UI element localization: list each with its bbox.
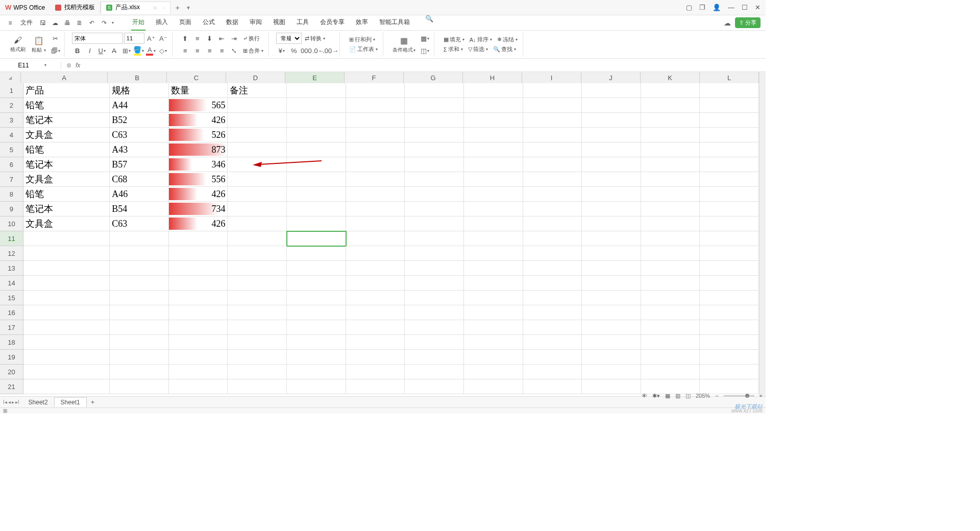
cell[interactable] (228, 335, 287, 350)
cell[interactable] (641, 350, 700, 365)
tab-page[interactable]: 页面 (178, 15, 192, 31)
cell[interactable] (287, 142, 346, 157)
tab-home[interactable]: 开始 (131, 15, 145, 31)
cell[interactable] (700, 202, 759, 216)
cell[interactable] (700, 261, 759, 276)
merge-button[interactable]: ⊞ 合并▾ (241, 46, 265, 55)
cell[interactable] (287, 172, 346, 187)
worksheet-button[interactable]: 📄 工作表▾ (347, 45, 380, 54)
cell[interactable] (228, 216, 287, 231)
cell[interactable] (641, 128, 700, 142)
cell[interactable] (23, 231, 110, 246)
comma-icon[interactable]: 000 (301, 45, 312, 56)
sheet-first-icon[interactable]: I◂ (3, 399, 7, 405)
cell[interactable] (641, 187, 700, 202)
cell[interactable] (700, 113, 759, 128)
cell[interactable] (287, 202, 346, 216)
cell[interactable] (405, 276, 464, 291)
cell[interactable] (287, 276, 346, 291)
cell[interactable]: 426 (169, 216, 228, 231)
cell[interactable] (169, 335, 228, 350)
cell[interactable] (523, 335, 582, 350)
cell[interactable]: 笔记本 (23, 157, 110, 172)
cell[interactable] (641, 261, 700, 276)
cell[interactable] (641, 335, 700, 350)
row-header[interactable]: 15 (0, 291, 23, 305)
tab-efficiency[interactable]: 效率 (355, 15, 369, 31)
cell[interactable] (700, 172, 759, 187)
cell[interactable] (641, 202, 700, 216)
cell[interactable] (405, 379, 464, 394)
doc-tab-active[interactable]: S 产品.xlsx ○ · (101, 2, 170, 14)
cell[interactable] (523, 246, 582, 261)
cell[interactable] (405, 365, 464, 379)
sheet-tab-sheet2[interactable]: Sheet2 (22, 398, 54, 407)
cell[interactable]: A43 (110, 142, 169, 157)
cell[interactable] (700, 335, 759, 350)
cell[interactable] (641, 320, 700, 335)
add-sheet-button[interactable]: + (87, 398, 99, 406)
cell[interactable] (346, 291, 405, 305)
row-header[interactable]: 1 (0, 83, 23, 98)
cell[interactable]: B52 (110, 113, 169, 128)
cell[interactable] (405, 261, 464, 276)
cell[interactable] (169, 320, 228, 335)
cloud-save-icon[interactable]: ☁ (50, 18, 60, 28)
cell[interactable] (700, 128, 759, 142)
cell[interactable] (582, 98, 641, 113)
cell[interactable]: 346 (169, 157, 228, 172)
cell[interactable] (700, 98, 759, 113)
row-header[interactable]: 20 (0, 365, 23, 379)
cell[interactable] (523, 142, 582, 157)
vertical-scrollbar[interactable] (759, 72, 766, 398)
font-name-select[interactable] (72, 33, 123, 44)
row-header[interactable]: 16 (0, 305, 23, 320)
find-button[interactable]: 🔍 查找▾ (491, 45, 518, 54)
cell[interactable] (700, 365, 759, 379)
format-painter-button[interactable]: 🖌格式刷 (8, 35, 28, 54)
cell[interactable] (523, 365, 582, 379)
fill-color-icon[interactable]: 🪣▾ (133, 45, 144, 56)
row-header[interactable]: 10 (0, 216, 23, 231)
number-format-select[interactable]: 常规 (276, 33, 302, 44)
cell[interactable] (287, 83, 346, 98)
cell[interactable] (582, 128, 641, 142)
cell[interactable] (346, 379, 405, 394)
cell[interactable] (582, 216, 641, 231)
cell[interactable] (346, 350, 405, 365)
cell[interactable] (23, 246, 110, 261)
cell[interactable] (700, 187, 759, 202)
cell[interactable] (23, 350, 110, 365)
cell[interactable] (346, 128, 405, 142)
tab-menu-icon[interactable]: ▾ (185, 4, 192, 11)
row-header[interactable]: 21 (0, 379, 23, 394)
cell[interactable]: 笔记本 (23, 202, 110, 216)
cell[interactable] (405, 216, 464, 231)
cell[interactable]: 规格 (110, 83, 169, 98)
print-icon[interactable]: 🖶 (62, 18, 72, 28)
cell[interactable]: 文具盒 (23, 128, 110, 142)
col-header-E[interactable]: E (285, 72, 345, 83)
cell[interactable] (228, 261, 287, 276)
cell[interactable] (405, 246, 464, 261)
cell[interactable] (405, 128, 464, 142)
cell[interactable] (523, 261, 582, 276)
cell[interactable] (582, 142, 641, 157)
align-middle-icon[interactable]: ≡ (192, 33, 203, 44)
cell[interactable] (346, 335, 405, 350)
tab-data[interactable]: 数据 (225, 15, 239, 31)
tab-close-icon[interactable]: · (163, 4, 164, 11)
cell[interactable] (287, 305, 346, 320)
sum-button[interactable]: Σ 求和▾ (442, 45, 465, 54)
cell[interactable] (287, 350, 346, 365)
row-header[interactable]: 3 (0, 113, 23, 128)
search-icon[interactable]: 🔍 (425, 15, 433, 31)
cell[interactable] (582, 231, 641, 246)
zoom-value[interactable]: 205% (696, 393, 710, 399)
cell[interactable] (110, 320, 169, 335)
doc-tab-template[interactable]: 找稻壳模板 (50, 2, 101, 14)
cell[interactable] (582, 305, 641, 320)
cell[interactable] (464, 172, 523, 187)
col-header-K[interactable]: K (641, 72, 700, 83)
cell[interactable] (641, 142, 700, 157)
